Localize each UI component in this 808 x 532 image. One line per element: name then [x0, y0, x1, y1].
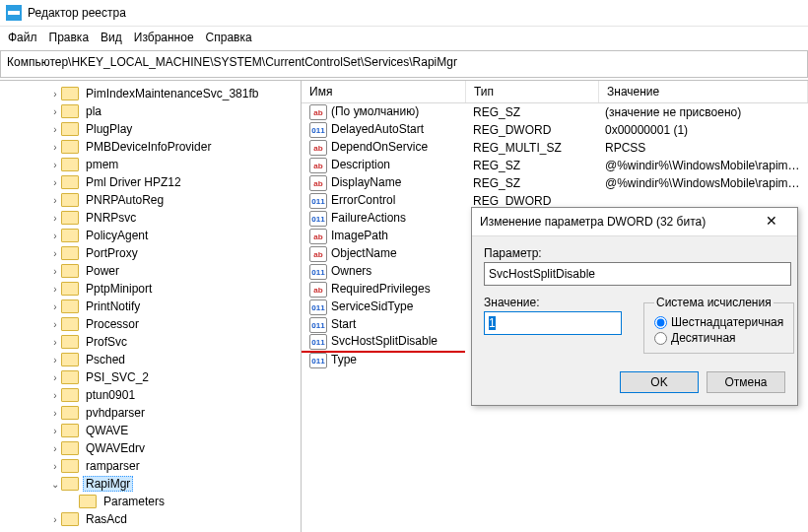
- col-value[interactable]: Значение: [599, 81, 808, 102]
- folder-icon: [61, 335, 79, 349]
- expand-icon[interactable]: [49, 337, 61, 348]
- tree-item[interactable]: ramparser: [10, 457, 302, 475]
- expand-icon[interactable]: [49, 426, 61, 436]
- menu-help[interactable]: Справка: [206, 31, 252, 44]
- radix-dec-label: Десятичная: [671, 331, 736, 345]
- tree-item[interactable]: PrintNotify: [10, 298, 302, 315]
- tree-item[interactable]: PortProxy: [10, 244, 302, 262]
- tree-item[interactable]: Psched: [10, 351, 302, 368]
- folder-icon: [61, 317, 79, 331]
- ok-button[interactable]: OK: [620, 371, 699, 393]
- value-name: FailureActions: [331, 211, 406, 225]
- tree-item[interactable]: Pml Driver HPZ12: [10, 173, 302, 191]
- folder-icon: [61, 424, 79, 437]
- tree-item[interactable]: Parameters: [10, 493, 302, 510]
- expand-icon[interactable]: [49, 195, 61, 206]
- tree-item[interactable]: pvhdparser: [10, 404, 302, 422]
- expand-icon[interactable]: [49, 301, 61, 312]
- tree-item[interactable]: PptpMiniport: [10, 280, 302, 298]
- expand-icon[interactable]: [49, 231, 61, 241]
- tree-item[interactable]: PolicyAgent: [10, 227, 302, 244]
- tree-item-label: Pml Driver HPZ12: [83, 175, 184, 189]
- value-data: [597, 200, 808, 202]
- list-row[interactable]: abDisplayNameREG_SZ@%windir%\WindowsMobi…: [302, 174, 808, 192]
- expand-icon[interactable]: [49, 124, 61, 135]
- tree-item[interactable]: PlugPlay: [10, 120, 302, 138]
- expand-icon[interactable]: [49, 514, 61, 525]
- expand-icon[interactable]: [49, 248, 61, 259]
- tree-item[interactable]: pmem: [10, 156, 302, 173]
- folder-icon: [61, 87, 79, 100]
- radix-hex-radio[interactable]: [654, 316, 667, 329]
- value-name: ObjectName: [331, 246, 397, 260]
- param-name-field[interactable]: [484, 262, 791, 286]
- tree-item[interactable]: RasAcd: [10, 510, 302, 528]
- tree-item[interactable]: ptun0901: [10, 386, 302, 404]
- tree-item[interactable]: PNRPAutoReg: [10, 191, 302, 209]
- tree-item-label: PlugPlay: [83, 122, 135, 136]
- tree-item[interactable]: RapiMgr: [10, 475, 302, 493]
- expand-icon[interactable]: [49, 355, 61, 366]
- tree-item[interactable]: QWAVE: [10, 422, 302, 439]
- tree-item[interactable]: pla: [10, 102, 302, 120]
- tree-item-label: QWAVEdrv: [83, 441, 148, 455]
- menu-favorites[interactable]: Избранное: [134, 31, 194, 44]
- value-type-icon: ab: [309, 246, 327, 262]
- expand-icon[interactable]: [49, 177, 61, 188]
- value-name: ErrorControl: [331, 193, 395, 207]
- key-tree[interactable]: PimIndexMaintenanceSvc_381fbplaPlugPlayP…: [0, 81, 302, 532]
- tree-item[interactable]: PNRPsvc: [10, 209, 302, 227]
- tree-item[interactable]: PSI_SVC_2: [10, 368, 302, 386]
- tree-item-label: ptun0901: [83, 388, 138, 402]
- folder-icon: [61, 175, 79, 189]
- list-row[interactable]: 011DelayedAutoStartREG_DWORD0x00000001 (…: [302, 121, 808, 139]
- folder-icon: [61, 140, 79, 154]
- tree-item[interactable]: PimIndexMaintenanceSvc_381fb: [10, 85, 302, 102]
- list-row[interactable]: abDependOnServiceREG_MULTI_SZRPCSS: [302, 139, 808, 157]
- value-name: DelayedAutoStart: [331, 122, 424, 136]
- expand-icon[interactable]: [49, 461, 61, 472]
- value-type-icon: ab: [309, 229, 327, 244]
- value-data-field[interactable]: [484, 311, 622, 335]
- address-bar[interactable]: Компьютер\HKEY_LOCAL_MACHINE\SYSTEM\Curr…: [0, 50, 808, 78]
- tree-item[interactable]: PMBDeviceInfoProvider: [10, 138, 302, 156]
- list-header: Имя Тип Значение: [302, 81, 808, 103]
- tree-item[interactable]: Processor: [10, 315, 302, 333]
- list-row[interactable]: abDescriptionREG_SZ@%windir%\WindowsMobi…: [302, 157, 808, 174]
- folder-icon: [61, 512, 79, 526]
- tree-item[interactable]: QWAVEdrv: [10, 439, 302, 457]
- expand-icon[interactable]: [49, 142, 61, 153]
- tree-item[interactable]: Power: [10, 262, 302, 280]
- expand-icon[interactable]: [49, 390, 61, 401]
- expand-icon[interactable]: [49, 284, 61, 295]
- expand-icon[interactable]: [49, 372, 61, 383]
- value-name: Owners: [331, 264, 371, 278]
- close-icon[interactable]: ✕: [754, 211, 789, 233]
- value-name: RequiredPrivileges: [331, 282, 431, 296]
- list-row[interactable]: ab(По умолчанию)REG_SZ(значение не присв…: [302, 103, 808, 121]
- folder-icon: [61, 441, 79, 455]
- menu-edit[interactable]: Правка: [49, 31, 90, 44]
- expand-icon[interactable]: [49, 408, 61, 419]
- cancel-button[interactable]: Отмена: [707, 371, 785, 393]
- radix-dec-radio[interactable]: [654, 332, 667, 345]
- folder-icon: [61, 282, 79, 296]
- value-data: (значение не присвоено): [597, 104, 808, 120]
- tree-item[interactable]: ProfSvc: [10, 333, 302, 351]
- expand-icon[interactable]: [49, 479, 61, 490]
- expand-icon[interactable]: [49, 213, 61, 224]
- expand-icon[interactable]: [49, 160, 61, 170]
- param-label: Параметр:: [484, 246, 785, 260]
- col-type[interactable]: Тип: [466, 81, 599, 102]
- menu-view[interactable]: Вид: [101, 31, 122, 44]
- menu-file[interactable]: Файл: [8, 31, 37, 44]
- col-name[interactable]: Имя: [302, 81, 466, 102]
- expand-icon[interactable]: [49, 443, 61, 454]
- value-type: REG_SZ: [465, 175, 597, 191]
- value-name: DependOnService: [331, 140, 428, 154]
- expand-icon[interactable]: [49, 319, 61, 330]
- expand-icon[interactable]: [49, 89, 61, 100]
- expand-icon[interactable]: [49, 106, 61, 117]
- expand-icon[interactable]: [49, 266, 61, 277]
- tree-item-label: RapiMgr: [83, 476, 133, 492]
